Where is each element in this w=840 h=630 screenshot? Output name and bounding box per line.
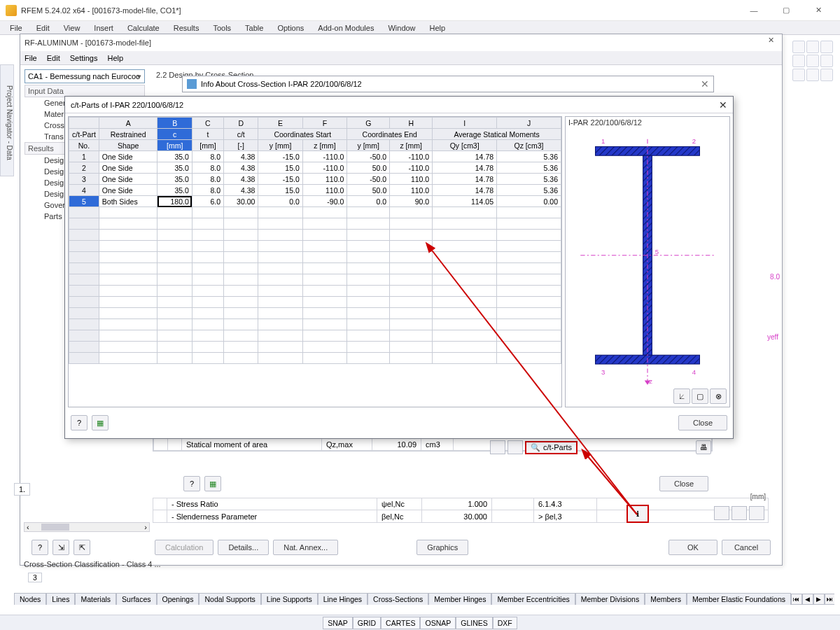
import-icon[interactable]: ⇱ [74, 540, 90, 555]
sr-label: - Slenderness Parameter [167, 510, 377, 523]
info-dialog: Info About Cross-Section I-PAR 220/100/6… [182, 76, 714, 92]
help-icon[interactable]: ? [71, 415, 88, 430]
excel-icon[interactable]: ▦ [204, 476, 221, 491]
preview-tool-icon[interactable]: ▢ [692, 388, 708, 404]
printer-icon[interactable]: 🖶 [696, 440, 711, 454]
app-icon [6, 5, 17, 16]
cancel-button[interactable]: Cancel [722, 540, 771, 555]
dxf-toggle[interactable]: DXF [493, 617, 517, 629]
details-button[interactable]: Details... [218, 540, 269, 555]
project-navigator-tab[interactable]: Project Navigator - Data [0, 64, 14, 176]
svg-text:4: 4 [692, 368, 696, 376]
module-menu-settings[interactable]: Settings [70, 54, 98, 62]
module-menubar: File Edit Settings Help [20, 51, 782, 65]
grid-toggle[interactable]: GRID [353, 617, 381, 629]
tab-nav-prev[interactable]: ◀ [802, 594, 813, 605]
ct-close-button[interactable]: Close [678, 415, 727, 430]
snap-bar: SNAP GRID CARTES OSNAP GLINES DXF [0, 615, 840, 630]
module-menu-edit[interactable]: Edit [47, 54, 60, 62]
menu-calculate[interactable]: Calculate [122, 22, 165, 34]
section-icon[interactable] [490, 440, 505, 454]
menu-insert[interactable]: Insert [88, 22, 119, 34]
tab-member-hinges[interactable]: Member Hinges [428, 593, 491, 605]
right-toolbar [791, 39, 839, 83]
menu-addon[interactable]: Add-on Modules [312, 22, 379, 34]
menu-results[interactable]: Results [168, 22, 205, 34]
menu-window[interactable]: Window [382, 22, 421, 34]
preview-tool-icon[interactable]: ⟀ [673, 388, 690, 404]
help-icon[interactable]: ? [31, 540, 48, 555]
tool-icon[interactable] [792, 41, 805, 53]
tab-cross-sections[interactable]: Cross-Sections [368, 593, 428, 605]
menu-help[interactable]: Help [424, 22, 451, 34]
case-combo[interactable]: CA1 - Bemessung nach Eurococ [24, 69, 145, 83]
tool-icon[interactable] [806, 69, 819, 81]
stress-ratio-table: - Stress Ratio ψel,Nc 1.000 6.1.4.3 - Sl… [153, 498, 769, 523]
view-icon[interactable] [749, 506, 764, 520]
tab-nodal-supports[interactable]: Nodal Supports [199, 593, 260, 605]
tool-icon[interactable] [792, 55, 805, 67]
snap-toggle[interactable]: SNAP [323, 617, 353, 629]
cartes-toggle[interactable]: CARTES [381, 617, 420, 629]
nat-annex-button[interactable]: Nat. Annex... [273, 540, 338, 555]
view-icon[interactable] [714, 506, 729, 520]
menu-options[interactable]: Options [272, 22, 309, 34]
tool-icon[interactable] [792, 69, 805, 81]
tab-lines[interactable]: Lines [46, 593, 75, 605]
tab-member-elastic[interactable]: Member Elastic Foundations [687, 593, 791, 605]
tool-icon[interactable] [820, 55, 833, 67]
tab-surfaces[interactable]: Surfaces [116, 593, 156, 605]
tab-members[interactable]: Members [645, 593, 687, 605]
tab-member-ecc[interactable]: Member Eccentricities [491, 593, 575, 605]
tab-nav-first[interactable]: ⏮ [791, 594, 802, 605]
minimize-button[interactable]: — [738, 0, 770, 21]
maximize-button[interactable]: ▢ [770, 0, 802, 21]
module-menu-help[interactable]: Help [107, 54, 123, 62]
tool-icon[interactable] [820, 69, 833, 81]
help-icon[interactable]: ? [183, 476, 200, 491]
row-symbol: Qz,max [322, 439, 372, 451]
menu-tools[interactable]: Tools [207, 22, 237, 34]
osnap-toggle[interactable]: OSNAP [420, 617, 456, 629]
export-icon[interactable]: ⇲ [52, 540, 69, 555]
bottom-tabs: Nodes Lines Materials Surfaces Openings … [14, 591, 834, 605]
close-button[interactable]: ✕ [802, 0, 834, 21]
tab-line-supports[interactable]: Line Supports [261, 593, 318, 605]
tab-materials[interactable]: Materials [75, 593, 116, 605]
excel-icon[interactable]: ▦ [92, 415, 108, 430]
sr-symbol: βel,Nc [377, 510, 422, 523]
mid-button-group: 🔍 c/t-Parts [490, 440, 578, 454]
ct-parts-table[interactable]: ABCDEFGHIJc/t-PartRestrainedctc/tCoordin… [68, 116, 562, 407]
info-button-highlighted[interactable]: ℹ [626, 505, 649, 523]
menu-file[interactable]: File [4, 22, 28, 34]
tool-icon[interactable] [806, 41, 819, 53]
section-icon[interactable] [507, 440, 523, 454]
view-icon[interactable] [732, 506, 747, 520]
module-menu-file[interactable]: File [24, 54, 37, 62]
unit-label: [mm] [750, 493, 766, 500]
tab-nav-next[interactable]: ▶ [813, 594, 825, 605]
ok-button[interactable]: OK [668, 540, 718, 555]
mid-close-button[interactable]: Close [659, 476, 708, 491]
menu-table[interactable]: Table [239, 22, 269, 34]
tab-member-div[interactable]: Member Divisions [575, 593, 645, 605]
menu-edit[interactable]: Edit [31, 22, 55, 34]
menu-view[interactable]: View [58, 22, 86, 34]
tab-nodes[interactable]: Nodes [14, 593, 46, 605]
horizontal-scrollbar[interactable]: ‹› [24, 522, 150, 532]
ct-dialog-close[interactable]: ✕ [719, 99, 727, 111]
ct-parts-button[interactable]: 🔍 c/t-Parts [525, 441, 578, 454]
calculation-button[interactable]: Calculation [155, 540, 214, 555]
preview-tool-icon[interactable]: ⊗ [710, 388, 727, 404]
tab-nav-last[interactable]: ⏭ [825, 594, 834, 605]
glines-toggle[interactable]: GLINES [456, 617, 493, 629]
tool-icon[interactable] [806, 55, 819, 67]
tool-icon[interactable] [820, 41, 833, 53]
module-close-button[interactable]: ✕ [764, 36, 778, 48]
tab-line-hinges[interactable]: Line Hinges [318, 593, 368, 605]
tab-openings[interactable]: Openings [157, 593, 200, 605]
row-indicator: 3 [28, 573, 42, 582]
graphics-button[interactable]: Graphics [416, 540, 468, 555]
ct-dialog-title: c/t-Parts of I-PAR 220/100/6/8/12 [71, 101, 183, 109]
info-dialog-close[interactable]: ✕ [701, 78, 709, 90]
